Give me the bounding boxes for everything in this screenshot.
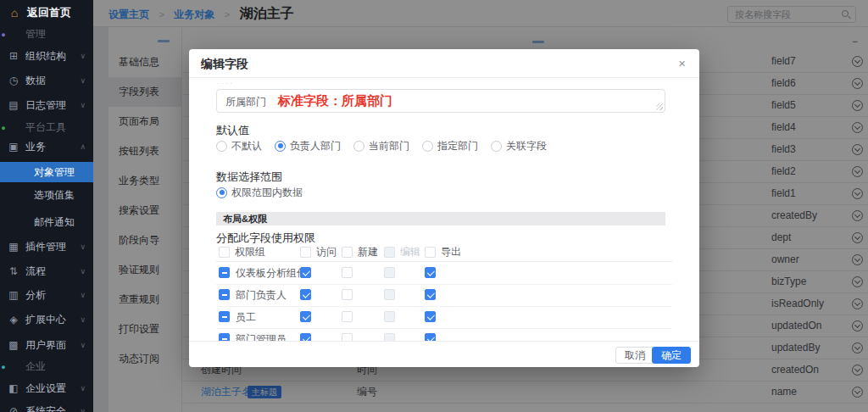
sidebar-item-enterprise[interactable]: 企业 — [0, 357, 93, 376]
sidebar-item-extension-center[interactable]: 扩展中心 — [0, 310, 93, 329]
enterprise-settings-icon — [7, 379, 20, 398]
checkbox-icon[interactable] — [384, 311, 395, 322]
radio-icon[interactable] — [275, 141, 286, 152]
checkbox-icon[interactable] — [342, 267, 353, 278]
sidebar-item-platform-tools[interactable]: 平台工具 — [0, 118, 93, 136]
ui-icon — [7, 336, 20, 354]
log-icon — [7, 96, 20, 114]
checkbox-icon[interactable] — [384, 267, 395, 278]
radio-label: 负责人部门 — [290, 139, 341, 153]
dialog-body: ···· 所属部门 标准字段：所属部门 默认值 不默认 负责人部门 当前部门 指… — [189, 78, 699, 341]
assign-permission-label: 分配此字段使用权限 — [216, 231, 315, 246]
checkbox-icon[interactable] — [384, 289, 395, 300]
checkbox-icon[interactable] — [300, 247, 311, 258]
checkbox-icon[interactable] — [425, 333, 436, 341]
sidebar-item-label: 邮件通知 — [34, 213, 75, 231]
sidebar-back-home[interactable]: 返回首页 — [0, 3, 93, 23]
sidebar-item-data[interactable]: 数据 — [0, 71, 93, 90]
dot-icon — [0, 357, 10, 376]
checkbox-icon[interactable] — [425, 289, 436, 300]
checkbox-icon[interactable] — [342, 289, 353, 300]
sidebar-item-label: 用户界面 — [25, 336, 66, 354]
checkbox-icon[interactable] — [342, 333, 353, 341]
perm-col-group: 权限组 — [219, 245, 265, 259]
sidebar-item-analysis[interactable]: 分析 — [0, 286, 93, 304]
plugin-icon — [7, 237, 20, 256]
radio-option-no-default[interactable]: 不默认 — [216, 139, 262, 153]
home-icon — [8, 3, 21, 23]
sidebar-item-user-interface[interactable]: 用户界面 — [0, 336, 93, 354]
radio-option-specified-dept[interactable]: 指定部门 — [422, 139, 478, 153]
perm-col-label: 权限组 — [235, 245, 265, 259]
sidebar-item-label: 日志管理 — [25, 96, 66, 114]
sidebar-item-label: 数据 — [25, 71, 46, 90]
radio-icon[interactable] — [216, 187, 227, 198]
checkbox-icon[interactable] — [342, 247, 353, 258]
sidebar-item-workflow[interactable]: 流程 — [0, 262, 93, 281]
checkbox-icon[interactable] — [384, 333, 395, 341]
sidebar-item-label: 流程 — [25, 262, 46, 281]
sidebar-item-label: 分析 — [25, 286, 46, 304]
sidebar-item-log-management[interactable]: 日志管理 — [0, 96, 93, 114]
radio-option-permission-scope-data[interactable]: 权限范围内数据 — [216, 186, 303, 200]
checkbox-icon[interactable] — [425, 311, 436, 322]
radio-option-owner-dept[interactable]: 负责人部门 — [275, 139, 341, 153]
radio-icon[interactable] — [353, 141, 364, 152]
divider — [216, 261, 672, 262]
radio-option-related-field[interactable]: 关联字段 — [491, 139, 547, 153]
checkbox-icon[interactable] — [300, 311, 311, 322]
main-sidebar: 返回首页 管理 组织结构 数据 日志管理 平台工具 业务 对象管理 选项值集 邮… — [0, 0, 93, 412]
field-name-input[interactable]: 所属部门 标准字段：所属部门 — [216, 89, 665, 113]
app-root: 设置主页 > 业务对象 > 湖泊主子 按名称搜字段 基础信息 字段列表 页面布局… — [0, 0, 868, 412]
group-checkbox-icon[interactable] — [219, 311, 230, 322]
permission-table-header: 权限组 访问 新建 编辑 导出 — [189, 245, 699, 257]
checkbox-icon[interactable] — [300, 333, 311, 341]
sidebar-item-option-value-sets[interactable]: 选项值集 — [0, 186, 93, 204]
data-icon — [7, 71, 20, 90]
radio-icon[interactable] — [491, 141, 502, 152]
security-icon — [7, 402, 20, 412]
checkbox-icon[interactable] — [219, 247, 230, 258]
checkbox-icon[interactable] — [425, 267, 436, 278]
back-home-label: 返回首页 — [27, 3, 71, 23]
close-icon[interactable]: × — [678, 55, 686, 72]
radio-icon[interactable] — [422, 141, 433, 152]
dialog-header: 编辑字段 × — [189, 49, 699, 78]
permission-group-name: 部门负责人 — [236, 289, 287, 301]
divider — [216, 328, 672, 329]
checkbox-icon[interactable] — [342, 311, 353, 322]
checkbox-icon[interactable] — [300, 267, 311, 278]
permission-group-name: 员工 — [236, 311, 256, 323]
sidebar-item-system-security[interactable]: 系统安全 — [0, 402, 93, 412]
perm-col-export: 导出 — [425, 245, 461, 259]
perm-col-label: 导出 — [441, 245, 461, 259]
sidebar-item-org-structure[interactable]: 组织结构 — [0, 47, 93, 65]
group-checkbox-icon[interactable] — [219, 289, 230, 300]
permission-row-dept-admin: 部门管理员 — [189, 333, 699, 341]
checkbox-icon[interactable] — [384, 247, 395, 258]
business-icon — [7, 137, 20, 156]
sidebar-item-business[interactable]: 业务 — [0, 137, 93, 156]
group-checkbox-icon[interactable] — [219, 333, 230, 341]
cancel-button[interactable]: 取消 — [615, 347, 654, 364]
radio-icon[interactable] — [216, 141, 227, 152]
resize-handle-icon[interactable] — [656, 103, 663, 110]
sidebar-item-enterprise-settings[interactable]: 企业设置 — [0, 379, 93, 398]
sidebar-item-admin[interactable]: 管理 — [0, 25, 93, 43]
checkbox-icon[interactable] — [425, 247, 436, 258]
sidebar-item-object-management[interactable]: 对象管理 — [0, 162, 93, 182]
group-checkbox-icon[interactable] — [219, 267, 230, 278]
perm-col-edit: 编辑 — [384, 245, 420, 259]
confirm-button[interactable]: 确定 — [652, 347, 691, 364]
sidebar-item-label: 组织结构 — [25, 47, 66, 65]
analysis-icon — [7, 286, 20, 304]
default-value-radio-group: 不默认 负责人部门 当前部门 指定部门 关联字段 — [216, 140, 547, 152]
sidebar-item-mail-notification[interactable]: 邮件通知 — [0, 213, 93, 231]
sidebar-item-label: 系统安全 — [25, 402, 66, 412]
sidebar-item-label: 插件管理 — [25, 237, 66, 256]
checkbox-icon[interactable] — [300, 289, 311, 300]
perm-col-access: 访问 — [300, 245, 337, 259]
sidebar-item-plugin-management[interactable]: 插件管理 — [0, 237, 93, 256]
radio-option-current-dept[interactable]: 当前部门 — [353, 139, 409, 153]
data-scope-label: 数据选择范围 — [216, 170, 282, 185]
